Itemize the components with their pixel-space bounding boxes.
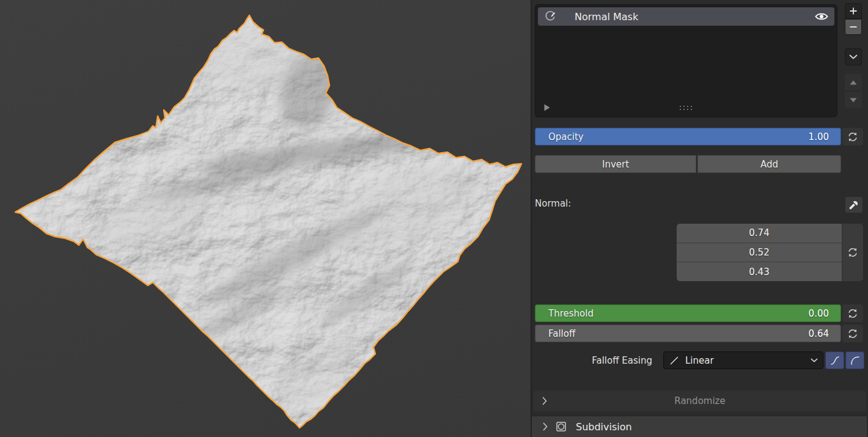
threshold-slider[interactable]: Threshold 0.00 (535, 304, 841, 322)
falloff-easing-value: Linear (685, 355, 714, 366)
layer-specials-button[interactable] (845, 48, 862, 65)
cycle-icon (847, 308, 858, 319)
subdivision-label: Subdivision (576, 421, 632, 433)
chevron-down-icon (849, 54, 858, 59)
move-layer-up-button[interactable] (845, 74, 862, 90)
subdivision-panel-header[interactable]: Subdivision (532, 416, 867, 437)
ease-out-button[interactable] (845, 351, 864, 369)
chevron-right-icon (543, 422, 548, 431)
randomize-label: Randomize (534, 395, 866, 406)
cycle-icon (847, 328, 858, 339)
viewport-3d[interactable] (0, 0, 532, 437)
app-window: Normal Mask (0, 0, 868, 437)
brush-icon (544, 10, 556, 23)
normal-eyedropper-button[interactable] (845, 196, 863, 213)
ease-in-out-button[interactable] (825, 351, 844, 369)
randomize-subpanel-header[interactable]: Randomize (534, 391, 866, 411)
cycle-icon (847, 131, 858, 142)
plus-icon (848, 6, 858, 16)
threshold-label: Threshold (548, 308, 594, 319)
normal-cycle-button[interactable] (842, 224, 863, 281)
move-layer-down-button[interactable] (845, 92, 862, 108)
eye-icon[interactable] (815, 12, 828, 21)
threshold-value: 0.00 (809, 308, 829, 319)
falloff-value: 0.64 (809, 328, 829, 339)
falloff-easing-label: Falloff Easing (532, 355, 652, 366)
mask-layer-list[interactable]: Normal Mask (535, 4, 837, 117)
add-button[interactable]: Add (697, 155, 841, 173)
opacity-slider[interactable]: Opacity 1.00 (535, 128, 841, 145)
threshold-cycle-button[interactable] (842, 304, 863, 322)
triangle-up-icon (850, 80, 857, 85)
list-footer (542, 103, 831, 113)
mask-layer-name[interactable]: Normal Mask (575, 11, 638, 23)
mask-layer-row[interactable]: Normal Mask (538, 7, 834, 26)
normal-y-field[interactable]: 0.52 (677, 243, 842, 263)
opacity-cycle-button[interactable] (842, 128, 863, 145)
normal-z-field[interactable]: 0.43 (677, 262, 842, 281)
properties-panel: Normal Mask (532, 0, 867, 437)
list-resize-grip[interactable] (680, 106, 693, 111)
falloff-easing-dropdown[interactable]: Linear (663, 351, 823, 369)
opacity-label: Opacity (548, 131, 584, 142)
remove-layer-button[interactable] (845, 19, 862, 35)
opacity-value: 1.00 (809, 131, 829, 142)
ease-in-out-curve-icon (830, 356, 840, 365)
triangle-down-icon (850, 98, 857, 103)
cycle-icon (847, 247, 858, 258)
minus-icon (848, 22, 858, 32)
falloff-label: Falloff (548, 328, 575, 339)
normal-x-field[interactable]: 0.74 (677, 224, 842, 243)
chevron-down-icon (811, 358, 818, 362)
terrain-mesh[interactable] (0, 0, 531, 437)
normal-vector-fields: 0.74 0.52 0.43 (677, 224, 863, 281)
add-layer-button[interactable] (845, 3, 862, 19)
eyedropper-icon (848, 199, 859, 210)
linear-curve-icon (669, 356, 679, 365)
filter-expand-icon[interactable] (544, 104, 550, 111)
ease-out-curve-icon (850, 356, 860, 365)
falloff-slider[interactable]: Falloff 0.64 (535, 325, 841, 342)
falloff-cycle-button[interactable] (842, 325, 863, 342)
normal-label: Normal: (535, 198, 571, 209)
subdivision-icon (555, 420, 567, 433)
invert-button[interactable]: Invert (535, 155, 696, 173)
